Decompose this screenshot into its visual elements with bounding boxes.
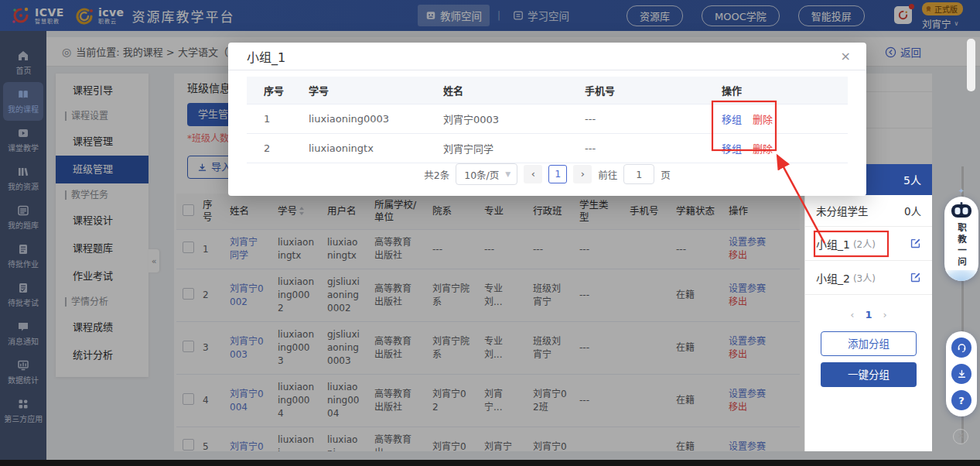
question-icon: ? [958,395,965,406]
per-page-select[interactable]: 10条/页 ▼ [456,163,517,185]
modal-close-icon[interactable]: × [841,50,851,63]
help-button[interactable]: ? [951,390,971,410]
cloud-icon [944,270,978,281]
bottom-bar [0,460,980,466]
ungrouped-count: 0人 [904,203,921,218]
ungrouped-students-row[interactable]: 未分组学生 0人 [805,195,932,227]
modal-title: 小组_1 [247,47,285,66]
total-count: 5人 [903,172,921,187]
prev-page-button[interactable]: ‹ [524,165,542,183]
next-page-icon[interactable]: › [883,309,887,320]
edit-group-icon[interactable] [910,272,921,283]
member-row: 2 liuxiaoningtx 刘宵宁同学 --- 移组删除 [247,134,848,163]
current-page-button[interactable]: 1 [548,165,567,183]
auto-group-button[interactable]: 一键分组 [821,362,917,387]
floating-toolbar: ? [946,331,977,416]
sparkle-icon: ✦ [943,186,980,197]
delete-member-link[interactable]: 删除 [753,143,773,155]
robot-icon [951,201,972,220]
group-detail-modal: 小组_1 × 序号 学号 姓名 手机号 操作 1 liuxiaoning0003… [228,43,866,196]
add-group-button[interactable]: 添加分组 [821,331,917,356]
assistant-label: 职教一问 [955,223,968,268]
headset-icon [956,342,968,354]
chevron-down-icon: ▼ [505,170,510,178]
modal-pagination: 共2条 10条/页 ▼ ‹ 1 › 前往 页 [228,163,866,185]
scrollbar-thumb[interactable] [967,39,975,91]
total-label: 共2条 [424,167,449,182]
group-panel: 5人 未分组学生 0人 小组_1 (2人) 小组_2 (3人) ‹ 1 › 添加… [804,164,932,451]
move-group-link[interactable]: 移组 [722,114,742,125]
page-unit-label: 页 [661,167,671,182]
goto-page-input[interactable] [623,164,654,184]
member-row: 1 liuxiaoning0003 刘宵宁0003 --- 移组删除 [247,105,848,134]
group-pagination: ‹ 1 › [805,301,932,327]
goto-label: 前往 [598,167,617,182]
close-icon: × [957,430,964,440]
move-group-link[interactable]: 移组 [722,143,742,155]
edit-group-icon[interactable] [910,238,921,249]
download-circle-icon [956,368,968,380]
prev-page-icon[interactable]: ‹ [850,309,854,320]
download-center-button[interactable] [951,364,971,384]
delete-member-link[interactable]: 删除 [753,114,773,125]
customer-service-button[interactable] [951,338,971,358]
close-toolbar-button[interactable]: × [953,429,968,444]
next-page-button[interactable]: › [573,165,592,183]
group-members-table: 序号 学号 姓名 手机号 操作 1 liuxiaoning0003 刘宵宁000… [247,77,848,163]
page-number[interactable]: 1 [865,309,872,320]
group-row-1[interactable]: 小组_1 (2人) [805,227,932,261]
group-row-2[interactable]: 小组_2 (3人) [805,261,932,295]
assistant-widget[interactable]: ✦ 职教一问 [943,186,980,281]
